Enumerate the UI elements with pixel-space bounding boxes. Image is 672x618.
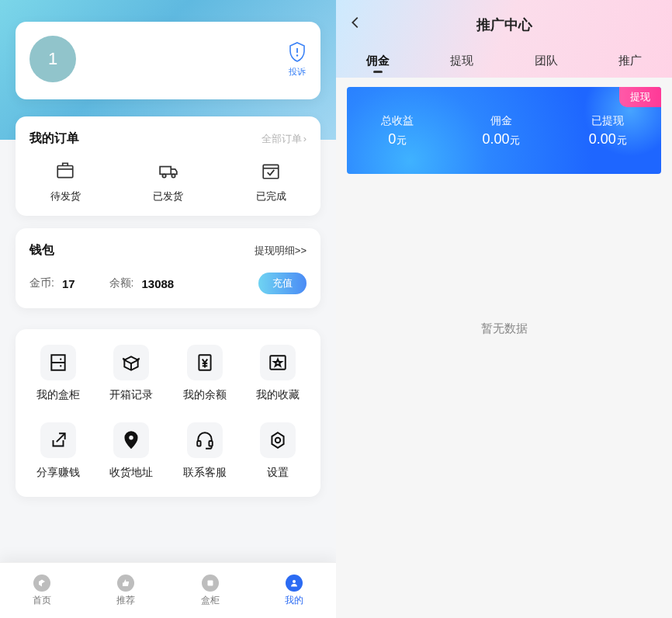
- grid-share-earn[interactable]: 分享赚钱: [22, 422, 95, 480]
- empty-state: 暂无数据: [336, 321, 672, 336]
- stat-total: 总收益 0元: [381, 114, 414, 148]
- order-state-label: 待发货: [50, 189, 81, 203]
- profile-card: 1 投诉: [16, 22, 320, 99]
- withdraw-detail-link[interactable]: 提现明细>>: [255, 244, 307, 258]
- thumb-icon: [117, 575, 134, 592]
- settings-icon: [260, 422, 296, 458]
- svg-rect-17: [197, 441, 200, 446]
- coin-label: 金币:: [29, 276, 54, 290]
- stat-value: 0: [388, 131, 396, 147]
- svg-rect-3: [160, 167, 171, 175]
- grid-label: 开箱记录: [109, 388, 153, 402]
- grid-open-history[interactable]: 开箱记录: [95, 345, 168, 402]
- coin-value: 17: [62, 277, 75, 290]
- balance-value: 13088: [141, 277, 174, 290]
- balance-label: 余额:: [109, 276, 134, 290]
- tab-recommend[interactable]: 推荐: [116, 575, 135, 607]
- svg-rect-18: [209, 441, 212, 446]
- bottom-tabbar: 首页 推荐 盒柜 我的: [0, 562, 336, 618]
- profile-screen: 1 投诉 我的订单 全部订单 › 待发货 已发货: [0, 0, 336, 618]
- grid-label: 设置: [267, 466, 289, 480]
- tab-mine[interactable]: 我的: [285, 575, 303, 607]
- wallet-card: 钱包 提现明细>> 金币: 17 余额: 13088 充值: [16, 228, 320, 308]
- tab-commission[interactable]: 佣金: [366, 54, 390, 73]
- chevron-right-icon: ›: [303, 133, 307, 144]
- stat-unit: 元: [617, 134, 627, 146]
- svg-rect-2: [57, 166, 73, 178]
- location-pin-icon: [113, 422, 149, 458]
- star-box-icon: [260, 345, 296, 380]
- order-state-label: 已完成: [256, 189, 286, 203]
- svg-point-1: [296, 54, 298, 56]
- grid-label: 联系客服: [183, 466, 227, 480]
- stat-commission: 佣金 0.00元: [482, 114, 520, 148]
- tab-withdraw[interactable]: 提现: [450, 54, 473, 73]
- svg-rect-6: [263, 165, 279, 178]
- shield-alert-icon: [288, 41, 307, 64]
- all-orders-link[interactable]: 全部订单 ›: [262, 132, 307, 146]
- grid-label: 分享赚钱: [36, 466, 80, 480]
- cube-icon: [33, 575, 50, 592]
- svg-point-20: [275, 438, 281, 443]
- package-icon: [55, 161, 75, 183]
- grid-support[interactable]: 联系客服: [168, 422, 241, 480]
- grid-label: 我的盒柜: [36, 388, 80, 402]
- grid-label: 我的收藏: [256, 388, 300, 402]
- tab-label: 推荐: [116, 594, 135, 607]
- svg-point-22: [293, 580, 296, 583]
- svg-point-5: [171, 174, 175, 177]
- stat-unit: 元: [397, 134, 407, 146]
- order-state-pending[interactable]: 待发货: [34, 161, 96, 203]
- promotion-center-screen: 推广中心 佣金 提现 团队 推广 提现 总收益 0元 佣金 0.00元 已提现 …: [336, 0, 672, 618]
- stat-withdrawn: 已提现 0.00元: [589, 114, 627, 148]
- stat-value: 0.00: [482, 131, 509, 147]
- headset-icon: [187, 422, 223, 458]
- menu-grid: 我的盒柜 开箱记录 我的余额 我的收藏 分享赚钱 收货地址 联系客服 设置: [16, 329, 320, 497]
- recharge-button[interactable]: 充值: [258, 273, 307, 294]
- stat-label: 已提现: [589, 114, 627, 128]
- svg-marker-19: [272, 432, 283, 448]
- svg-rect-21: [207, 580, 213, 585]
- stat-value: 0.00: [589, 131, 616, 147]
- stat-label: 总收益: [381, 114, 414, 128]
- tab-label: 我的: [285, 594, 303, 607]
- wallet-title: 钱包: [29, 242, 54, 259]
- svg-point-4: [162, 174, 165, 177]
- grid-favorites[interactable]: 我的收藏: [241, 345, 314, 402]
- stats-banner: 提现 总收益 0元 佣金 0.00元 已提现 0.00元: [347, 87, 661, 174]
- order-state-done[interactable]: 已完成: [240, 161, 302, 203]
- avatar-text: 1: [48, 49, 57, 69]
- page-title: 推广中心: [336, 16, 672, 34]
- withdraw-tag-button[interactable]: 提现: [619, 87, 661, 107]
- stat-unit: 元: [510, 134, 520, 146]
- orders-card: 我的订单 全部订单 › 待发货 已发货 已完成: [16, 116, 320, 216]
- grid-label: 收货地址: [109, 466, 153, 480]
- avatar[interactable]: 1: [29, 36, 76, 82]
- check-box-icon: [261, 161, 281, 183]
- grid-settings[interactable]: 设置: [241, 422, 314, 480]
- tab-cabinet[interactable]: 盒柜: [201, 575, 220, 607]
- order-state-label: 已发货: [153, 189, 183, 203]
- box-icon: [202, 575, 219, 592]
- complaint-button[interactable]: 投诉: [288, 41, 307, 78]
- grid-my-cabinet[interactable]: 我的盒柜: [22, 345, 95, 402]
- svg-point-16: [130, 436, 133, 439]
- share-icon: [40, 422, 76, 458]
- grid-my-balance[interactable]: 我的余额: [168, 345, 241, 402]
- yen-doc-icon: [187, 345, 223, 380]
- truck-icon: [158, 161, 178, 183]
- tab-label: 盒柜: [201, 594, 220, 607]
- grid-label: 我的余额: [183, 388, 227, 402]
- cabinet-icon: [40, 345, 76, 380]
- grid-address[interactable]: 收货地址: [95, 422, 168, 480]
- tab-home[interactable]: 首页: [33, 575, 51, 607]
- promotion-tabs: 佣金 提现 团队 推广: [336, 54, 672, 73]
- header: 推广中心 佣金 提现 团队 推广: [336, 0, 672, 78]
- user-icon: [286, 575, 303, 592]
- complaint-label: 投诉: [289, 66, 306, 78]
- all-orders-label: 全部订单: [262, 132, 302, 146]
- tab-promote[interactable]: 推广: [618, 54, 642, 73]
- orders-title: 我的订单: [29, 130, 79, 147]
- tab-team[interactable]: 团队: [535, 54, 558, 73]
- order-state-shipped[interactable]: 已发货: [137, 161, 199, 203]
